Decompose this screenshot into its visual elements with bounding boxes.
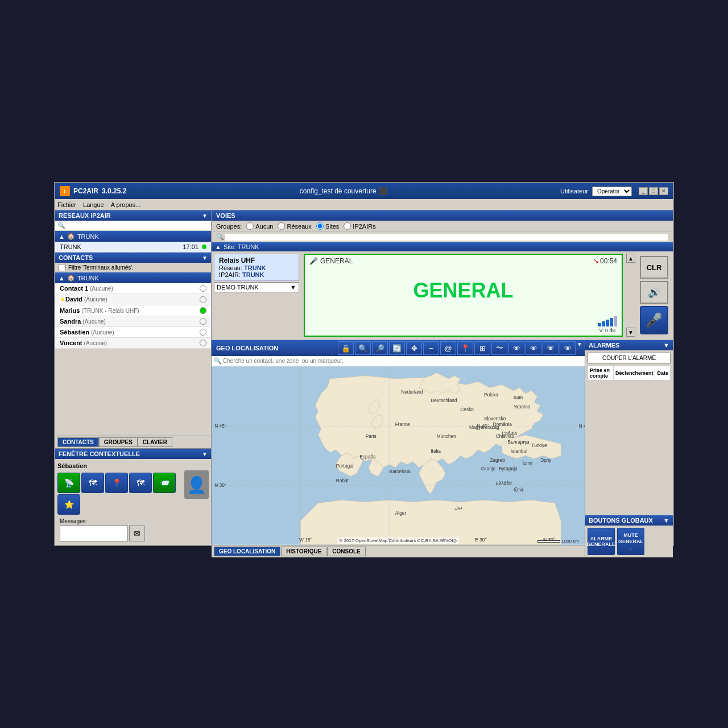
send-button[interactable]: ✉	[129, 526, 145, 541]
clr-button[interactable]: CLR	[640, 256, 668, 279]
map-scale: 1000 km	[537, 539, 579, 544]
ctx-btn-map2[interactable]: 📍	[105, 473, 128, 493]
close-button[interactable]: ✕	[659, 187, 668, 195]
radio-reseaux-input[interactable]	[278, 222, 285, 230]
alarms-content: COUPER L'ALARME Prise en compte Déclench…	[585, 350, 673, 515]
svg-text:Ιζmir: Ιζmir	[514, 487, 524, 493]
geo-btn-pin[interactable]: 📍	[457, 341, 473, 355]
map-container[interactable]: Nederland Deutschland Česko Slovensko Ma…	[212, 366, 585, 545]
contacts-trunk-header[interactable]: ▲ 🏠 TRUNK	[55, 272, 211, 283]
voies-search-input[interactable]	[225, 234, 668, 241]
geo-search-bar: 🔍	[212, 356, 585, 366]
titlebar-right: Utilisateur: Operator _ □ ✕	[560, 187, 668, 196]
geo-btn-eye4[interactable]: 👁	[560, 341, 576, 355]
menu-fichier[interactable]: Fichier	[57, 201, 76, 208]
mic-button[interactable]: 🎤	[640, 306, 668, 334]
geo-btn-eye3[interactable]: 👁	[543, 341, 559, 355]
user-select[interactable]: Operator	[592, 187, 632, 196]
radio-ip2airs-label: IP2AIRs	[353, 223, 375, 230]
svg-text:Бьлгариjа: Бьлгариjа	[508, 439, 530, 445]
ctx-btn-star[interactable]: ⭐	[57, 494, 80, 515]
site-expand-icon: ▲	[215, 243, 221, 250]
geo-btn-minus[interactable]: −	[423, 341, 439, 355]
ctx-btn-map1[interactable]: 🗺	[81, 473, 104, 493]
couper-alarme-button[interactable]: COUPER L'ALARME	[588, 353, 671, 363]
minimize-button[interactable]: _	[639, 187, 648, 195]
geo-btn-zoomin[interactable]: 🔍	[355, 341, 371, 355]
filter-checkbox[interactable]	[59, 264, 66, 271]
message-input[interactable]	[60, 526, 128, 541]
trunk-icon: ▲	[59, 233, 65, 240]
geo-section: GEO LOCALISATION 🔒 🔍 🔎 🔄 ✥ − @ 📍	[212, 340, 585, 557]
contacts-trunk-label: TRUNK	[77, 275, 99, 282]
trunk-status-dot	[202, 245, 206, 249]
contact-item[interactable]: Sandra (Aucune)	[55, 316, 211, 327]
trunk-header[interactable]: ▲ 🏠 TRUNK	[55, 231, 211, 242]
relay-container: Relais UHF Réseau: TRUNK IP2AIR: TRUNK	[212, 251, 673, 340]
geo-btn-eye1[interactable]: 👁	[508, 341, 524, 355]
geo-btn-wave[interactable]: 〜	[491, 341, 507, 355]
tab-historique[interactable]: HISTORIQUE	[281, 547, 326, 556]
contact-item[interactable]: Vincent (Aucune)	[55, 338, 211, 349]
svg-text:Alger: Alger	[395, 510, 407, 516]
alarm-col3: Date	[655, 366, 671, 380]
networks-search-input[interactable]	[67, 222, 209, 229]
geo-btn-grid[interactable]: ⊞	[474, 341, 490, 355]
app-name: PC2AIR	[73, 187, 98, 195]
svg-text:N 45°: N 45°	[477, 423, 489, 429]
geo-btn-refresh[interactable]: 🔄	[389, 341, 405, 355]
contacts-title: CONTACTS	[59, 254, 93, 261]
menu-apropos[interactable]: A propos...	[111, 201, 141, 208]
context-row: 📡 🗺 📍 🗺 📨 ⭐ 👤	[57, 470, 209, 517]
networks-arrow[interactable]: ▼	[202, 213, 208, 219]
tab-console[interactable]: CONSOLE	[327, 547, 365, 556]
contact-item[interactable]: Sébastien (Aucune)	[55, 327, 211, 338]
dropdown-label: DEMO TRUNK	[217, 284, 259, 291]
contact-item[interactable]: Contact 1 (Aucune)	[55, 283, 211, 294]
titlebar-left: i PC2AIR 3.0.25.2	[60, 186, 126, 196]
ctx-btn-msg[interactable]: 📨	[153, 473, 176, 493]
tab-contacts[interactable]: CONTACTS	[57, 437, 99, 447]
tab-clavier[interactable]: CLAVIER	[138, 437, 172, 447]
geo-btn-move[interactable]: ✥	[406, 341, 422, 355]
contacts-section: CONTACTS ▼ Filtre 'Terminaux allumés'. ▲…	[55, 253, 211, 448]
radio-ip2airs-input[interactable]	[344, 222, 351, 230]
ctx-btn-signal[interactable]: 📡	[57, 473, 80, 493]
global-btn-mute[interactable]: MUTE GENERAL .	[617, 528, 644, 555]
geo-btn-eye2[interactable]: 👁	[526, 341, 541, 355]
tab-geo-localisation[interactable]: GEO LOCALISATION	[214, 547, 280, 556]
svg-text:Italia: Italia	[431, 448, 441, 454]
scroll-down[interactable]: ▼	[626, 328, 635, 337]
dropdown-arrow: ▼	[290, 284, 296, 291]
geo-search-input[interactable]	[223, 358, 582, 364]
timer-value: 00:54	[600, 257, 617, 265]
restore-button[interactable]: □	[649, 187, 658, 195]
main-content: RESEAUX IP2AIR ▼ 🔍 ▲ 🏠 TRUNK TRUNK 17:01	[55, 210, 673, 545]
contact-item[interactable]: Marius (TRUNK - Relais UHF)	[55, 305, 211, 316]
geo-btn-at[interactable]: @	[440, 341, 456, 355]
menu-langue[interactable]: Langue	[83, 201, 104, 208]
voies-header: VOIES	[212, 210, 673, 221]
global-btns-arrow[interactable]: ▼	[663, 517, 669, 524]
config-file: config_test de couverture	[300, 187, 377, 195]
geo-btn-zoomout[interactable]: 🔎	[372, 341, 388, 355]
contact-item[interactable]: ★David (Aucune)	[55, 294, 211, 305]
radio-sites-input[interactable]	[316, 222, 324, 230]
radio-aucun-input[interactable]	[246, 222, 254, 230]
geo-btn-lock[interactable]: 🔒	[338, 341, 354, 355]
titlebar-center: config_test de couverture ⬛	[300, 187, 387, 195]
relay-reseau-value: TRUNK	[244, 264, 266, 271]
speaker-button[interactable]: 🔊	[640, 281, 668, 304]
tab-groupes[interactable]: GROUPES	[99, 437, 138, 447]
scroll-up[interactable]: ▲	[626, 254, 635, 263]
relay-dropdown[interactable]: DEMO TRUNK ▼	[214, 282, 299, 292]
context-arrow[interactable]: ▼	[202, 451, 208, 457]
relay-scroll-area: ▲ ▼	[626, 254, 635, 337]
global-btn-alarme[interactable]: ALARME GENERALE	[588, 528, 615, 555]
trunk-item[interactable]: TRUNK 17:01	[55, 242, 211, 253]
contacts-arrow[interactable]: ▼	[202, 255, 208, 261]
svg-text:Київ: Київ	[514, 395, 523, 400]
ctx-btn-map3[interactable]: 🗺	[129, 473, 152, 493]
svg-text:N 45°: N 45°	[214, 423, 226, 429]
alarms-arrow[interactable]: ▼	[663, 342, 669, 349]
